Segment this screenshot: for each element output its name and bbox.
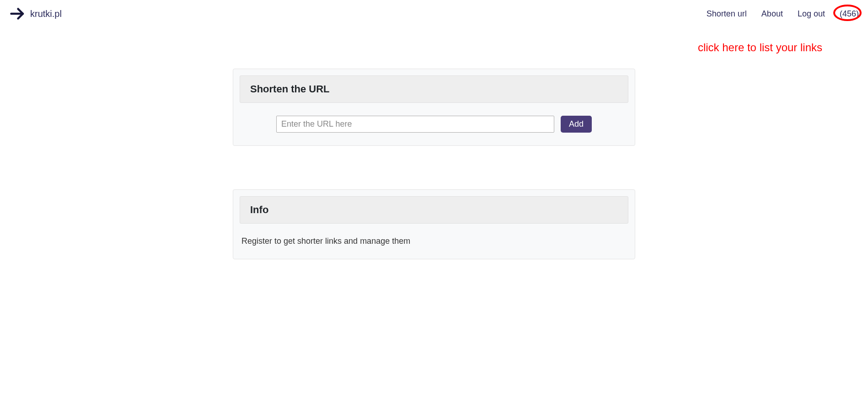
shorten-card-body: Add bbox=[233, 103, 635, 145]
shorten-card-title: Shorten the URL bbox=[250, 83, 618, 95]
annotation-text: click here to list your links bbox=[698, 41, 822, 54]
nav-list: Shorten url About Log out (456) bbox=[707, 9, 859, 19]
info-card-header: Info bbox=[240, 196, 628, 224]
arrow-right-icon bbox=[9, 5, 26, 22]
main-container: Shorten the URL Add Info Register to get… bbox=[226, 69, 642, 259]
info-card: Info Register to get shorter links and m… bbox=[233, 189, 635, 259]
shorten-card-header: Shorten the URL bbox=[240, 75, 628, 103]
links-count-text: (456) bbox=[840, 9, 859, 18]
url-input[interactable] bbox=[276, 116, 554, 133]
brand-link[interactable]: krutki.pl bbox=[9, 5, 62, 22]
navbar: krutki.pl Shorten url About Log out (456… bbox=[0, 0, 868, 27]
nav-logout[interactable]: Log out bbox=[798, 9, 825, 18]
brand-text: krutki.pl bbox=[30, 9, 62, 19]
shorten-card: Shorten the URL Add bbox=[233, 69, 635, 146]
add-button[interactable]: Add bbox=[561, 116, 592, 133]
info-card-body: Register to get shorter links and manage… bbox=[233, 224, 635, 259]
nav-about[interactable]: About bbox=[761, 9, 783, 18]
shorten-form-row: Add bbox=[241, 116, 627, 133]
nav-links-count[interactable]: (456) bbox=[840, 9, 859, 18]
nav-shorten-url[interactable]: Shorten url bbox=[707, 9, 747, 18]
info-card-title: Info bbox=[250, 204, 618, 216]
